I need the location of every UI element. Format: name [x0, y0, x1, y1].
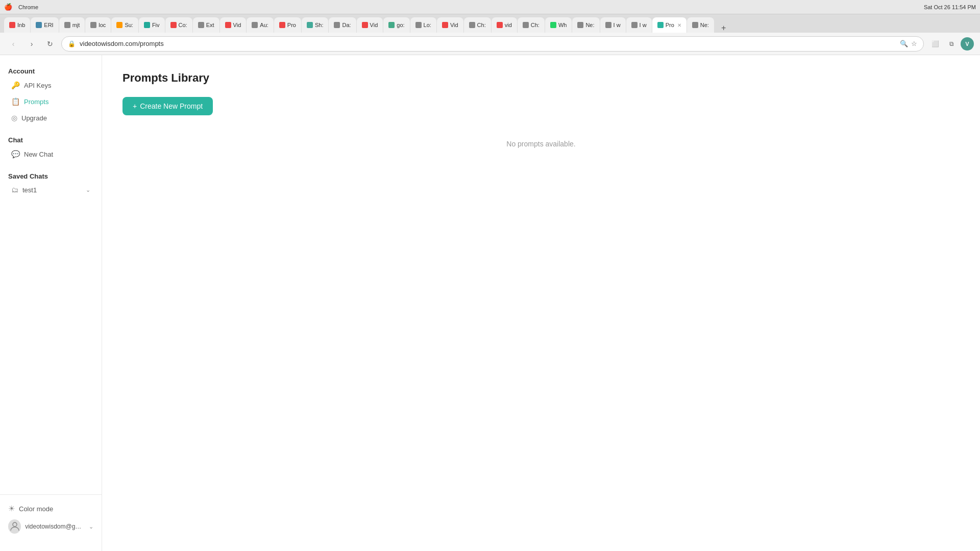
tab-ne2[interactable]: Ne:	[687, 17, 714, 33]
saved-chats-section-label: Saved Chats	[0, 168, 102, 182]
avatar	[8, 519, 21, 534]
sidebar-item-upgrade[interactable]: ◎ Upgrade	[3, 110, 99, 126]
folder-icon: 🗂	[11, 186, 18, 194]
browser-chrome: Inb ERI mjt loc Su: Fiv Co: Ext Vid Au: …	[0, 14, 980, 55]
extensions-button[interactable]: ⬜	[928, 37, 942, 51]
tab-bar: Inb ERI mjt loc Su: Fiv Co: Ext Vid Au: …	[0, 14, 980, 33]
tab-iw1[interactable]: I w	[600, 17, 626, 33]
upgrade-icon: ◎	[11, 114, 17, 122]
tab-su[interactable]: Su:	[111, 17, 138, 33]
tab-ext[interactable]: Ext	[193, 17, 219, 33]
tab-co[interactable]: Co:	[165, 17, 192, 33]
tab-iw2[interactable]: I w	[626, 17, 652, 33]
tab-pro-active[interactable]: Pro ✕	[652, 17, 687, 33]
new-chat-label: New Chat	[24, 151, 53, 158]
user-email: videotowisdom@gmail...	[25, 523, 85, 530]
mac-app-name: Chrome	[18, 4, 38, 10]
mac-time: Sat Oct 26 11:54 PM	[924, 4, 976, 10]
search-icon[interactable]: 🔍	[900, 40, 908, 47]
tab-pro1[interactable]: Pro	[274, 17, 301, 33]
api-keys-icon: 🔑	[11, 81, 20, 89]
tab-sh[interactable]: Sh:	[302, 17, 329, 33]
profile-avatar[interactable]: V	[961, 37, 974, 51]
active-tab-close-icon[interactable]: ✕	[677, 22, 681, 28]
saved-chat-left: 🗂 test1	[11, 186, 37, 194]
tab-vid3[interactable]: Vid	[437, 17, 463, 33]
main-content: Prompts Library + Create New Prompt No p…	[102, 55, 980, 551]
sidebar: Account 🔑 API Keys 📋 Prompts ◎ Upgrade C…	[0, 55, 102, 551]
tab-loc[interactable]: loc	[85, 17, 111, 33]
user-expand-icon: ⌄	[89, 523, 93, 530]
back-button[interactable]: ‹	[6, 37, 20, 51]
upgrade-label: Upgrade	[21, 114, 47, 122]
apple-logo-icon: 🍎	[4, 3, 12, 11]
create-new-prompt-button[interactable]: + Create New Prompt	[122, 97, 213, 115]
api-keys-label: API Keys	[24, 82, 51, 89]
svg-point-0	[13, 522, 17, 527]
app-container: Account 🔑 API Keys 📋 Prompts ◎ Upgrade C…	[0, 55, 980, 551]
lock-icon: 🔒	[68, 40, 76, 47]
sidebar-item-api-keys[interactable]: 🔑 API Keys	[3, 77, 99, 93]
star-icon[interactable]: ☆	[911, 40, 917, 47]
saved-chat-test1-label: test1	[22, 186, 37, 194]
address-bar-icons: 🔍 ☆	[900, 40, 917, 47]
tab-go[interactable]: go:	[383, 17, 409, 33]
tab-gmail[interactable]: Inb	[4, 17, 30, 33]
color-mode-icon: ☀	[8, 504, 15, 513]
tab-wh[interactable]: Wh	[545, 17, 572, 33]
color-mode-label: Color mode	[19, 505, 53, 513]
tab-vid2[interactable]: Vid	[357, 17, 383, 33]
tab-ne1[interactable]: Ne:	[572, 17, 599, 33]
tab-au[interactable]: Au:	[247, 17, 274, 33]
empty-message: No prompts available.	[122, 140, 960, 148]
prompts-label: Prompts	[24, 98, 48, 106]
tab-search-button[interactable]: ⧉	[944, 37, 959, 51]
tab-ch1[interactable]: Ch:	[464, 17, 491, 33]
plus-icon: +	[133, 102, 137, 110]
tab-vid1[interactable]: Vid	[220, 17, 247, 33]
mac-topbar-left: 🍎 Chrome	[4, 3, 38, 11]
prompts-icon: 📋	[11, 97, 20, 106]
reload-button[interactable]: ↻	[43, 37, 57, 51]
mac-topbar: 🍎 Chrome Sat Oct 26 11:54 PM	[0, 0, 980, 14]
tab-da[interactable]: Da:	[329, 17, 356, 33]
address-bar[interactable]: 🔒 videotowisdom.com/prompts 🔍 ☆	[61, 36, 924, 52]
sidebar-item-new-chat[interactable]: 💬 New Chat	[3, 146, 99, 162]
new-tab-button[interactable]: +	[717, 23, 730, 33]
chat-section-label: Chat	[0, 132, 102, 146]
saved-chat-chevron-icon: ⌄	[86, 187, 90, 193]
nav-bar: ‹ › ↻ 🔒 videotowisdom.com/prompts 🔍 ☆ ⬜ …	[0, 33, 980, 55]
saved-chat-test1[interactable]: 🗂 test1 ⌄	[3, 182, 99, 197]
page-title: Prompts Library	[122, 71, 960, 85]
user-row[interactable]: videotowisdom@gmail... ⌄	[8, 516, 93, 537]
tab-lo[interactable]: Lo:	[410, 17, 436, 33]
sidebar-bottom: ☀ Color mode videotowisdom@gmail... ⌄	[0, 494, 102, 543]
tab-fiv[interactable]: Fiv	[139, 17, 165, 33]
tab-ch2[interactable]: Ch:	[518, 17, 545, 33]
url-text: videotowisdom.com/prompts	[80, 40, 164, 47]
mac-topbar-right: Sat Oct 26 11:54 PM	[924, 4, 976, 10]
forward-button[interactable]: ›	[24, 37, 39, 51]
tabs-container: Inb ERI mjt loc Su: Fiv Co: Ext Vid Au: …	[4, 14, 714, 33]
color-mode-row[interactable]: ☀ Color mode	[8, 501, 93, 516]
tab-vid4[interactable]: vid	[492, 17, 517, 33]
tab-mjt[interactable]: mjt	[59, 17, 85, 33]
account-section-label: Account	[0, 63, 102, 77]
tab-eri[interactable]: ERI	[31, 17, 58, 33]
new-chat-icon: 💬	[11, 150, 20, 158]
sidebar-item-prompts[interactable]: 📋 Prompts	[3, 93, 99, 110]
nav-actions: ⬜ ⧉ V	[928, 37, 974, 51]
create-button-label: Create New Prompt	[140, 102, 203, 110]
